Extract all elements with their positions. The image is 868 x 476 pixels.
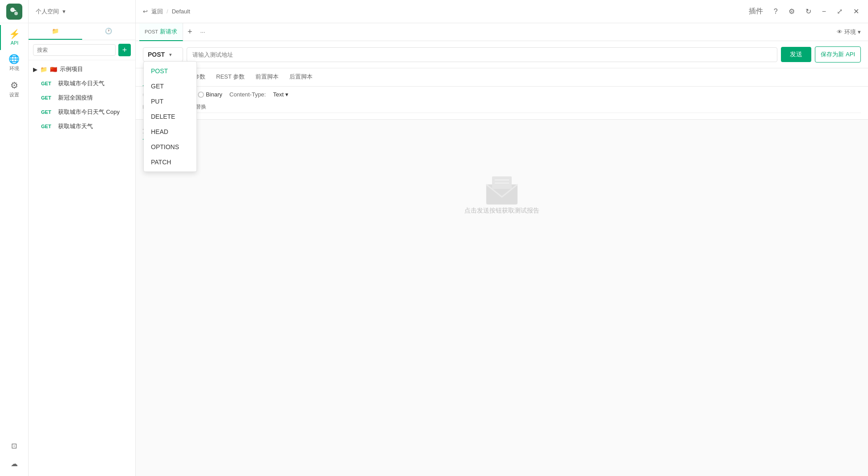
replace-label: 替换: [196, 103, 206, 111]
list-item[interactable]: GET 获取城市今日天气: [29, 76, 135, 91]
api-name: 获取城市今日天气 Copy: [58, 108, 120, 116]
request-area: POST ▾ POST GET PUT DELETE HEAD OPTIONS …: [136, 41, 868, 68]
logo: [0, 0, 29, 23]
file-panel-topbar: 个人空间 ▾: [29, 0, 135, 23]
file-search-area: +: [29, 40, 135, 60]
tab-pre-script[interactable]: 前置脚本: [250, 68, 284, 86]
empty-text: 点击发送按钮获取测试报告: [464, 207, 539, 215]
add-button[interactable]: +: [118, 44, 131, 56]
sidebar-item-api[interactable]: ⚡ API: [0, 25, 29, 50]
dropdown-item-post[interactable]: POST: [144, 63, 196, 79]
plugin-button[interactable]: 插件: [747, 5, 765, 18]
search-input[interactable]: [33, 44, 116, 56]
sidebar-item-settings[interactable]: ⚙ 设置: [0, 76, 29, 103]
refresh-icon[interactable]: ↻: [804, 5, 813, 17]
sidebar-settings-label: 设置: [9, 92, 19, 98]
tab-name-label: 新请求: [160, 28, 177, 36]
body-area: none Raw Binary Content-Type: Text ▾ ⎘ 复…: [136, 87, 868, 120]
folder-item-example[interactable]: ▶ 📁 🇨🇳 示例项目: [29, 62, 135, 76]
breadcrumb-separator: /: [167, 8, 168, 15]
method-selector[interactable]: POST ▾ POST GET PUT DELETE HEAD OPTIONS …: [143, 47, 183, 62]
logo-icon: [6, 4, 22, 20]
space-title-text: 个人空间: [36, 8, 59, 16]
tab-add-button[interactable]: +: [183, 27, 197, 37]
back-icon: ↩: [143, 8, 148, 15]
editor-toolbar: ⎘ 复制 🔍 搜索 📄 替换: [143, 101, 861, 113]
tab-method-label: POST: [145, 29, 158, 34]
content-type-chevron-icon: ▾: [285, 91, 288, 98]
eye-icon: 👁: [837, 29, 843, 35]
method-label: POST: [148, 51, 165, 58]
sidebar-api-label: API: [11, 40, 19, 46]
api-name: 获取城市天气: [58, 122, 93, 130]
file-panel: 个人空间 ▾ 📁 🕐 + ▶ 📁 🇨🇳 示例项目 GET 获取城市今日天气 GE…: [29, 0, 136, 476]
tab-post-new[interactable]: POST 新请求: [139, 23, 183, 41]
tab-post-script[interactable]: 后置脚本: [284, 68, 318, 86]
list-item[interactable]: GET 获取城市天气: [29, 119, 135, 134]
sidebar-env-label: 环境: [9, 65, 19, 72]
radio-binary-label: Binary: [206, 91, 222, 98]
dropdown-item-delete[interactable]: DELETE: [144, 109, 196, 124]
settings-icon: ⚙: [10, 81, 18, 90]
url-input[interactable]: [187, 47, 777, 62]
content-type-label: Content-Type:: [230, 91, 266, 98]
body-type-row: none Raw Binary Content-Type: Text ▾: [143, 91, 861, 98]
file-tree: ▶ 📁 🇨🇳 示例项目 GET 获取城市今日天气 GET 新冠全国疫情 GET …: [29, 60, 135, 476]
tab-more-button[interactable]: ···: [196, 29, 209, 35]
sidebar-bottom-icon2[interactable]: ☁: [4, 456, 24, 471]
radio-binary[interactable]: Binary: [198, 91, 222, 98]
project-name: Default: [172, 8, 190, 15]
method-badge: GET: [41, 124, 55, 129]
env-chevron-icon: ▾: [858, 29, 861, 35]
folder-label: 示例项目: [60, 65, 83, 73]
save-button[interactable]: 保存为新 API: [815, 46, 861, 63]
maximize-icon[interactable]: ⤢: [835, 5, 844, 17]
tab-bar: POST 新请求 + ··· 👁 环境 ▾: [136, 23, 868, 41]
content-type-selector[interactable]: Text ▾: [273, 91, 288, 98]
sidebar: ⚡ API 🌐 环境 ⚙ 设置 ⊡ ☁: [0, 0, 29, 476]
env-selector[interactable]: 👁 环境 ▾: [833, 28, 864, 36]
svg-point-0: [10, 8, 15, 12]
settings-icon[interactable]: ⚙: [787, 5, 797, 17]
empty-state: 点击发送按钮获取测试报告: [143, 150, 861, 240]
folder-flag: 🇨🇳: [50, 66, 57, 73]
send-button[interactable]: 发送: [781, 47, 811, 62]
sidebar-item-env[interactable]: 🌐 环境: [0, 50, 29, 76]
folder-tab-icon: 📁: [52, 28, 59, 34]
main-topbar: ↩ 返回 / Default 插件 ? ⚙ ↻ − ⤢ ✕: [136, 0, 868, 23]
breadcrumb: ↩ 返回 / Default: [143, 8, 190, 16]
method-badge: GET: [41, 109, 55, 115]
tab-rest-params[interactable]: REST 参数: [211, 68, 250, 86]
sidebar-bottom: ⊡ ☁: [0, 438, 28, 476]
method-dropdown: POST GET PUT DELETE HEAD OPTIONS PATCH: [143, 61, 197, 172]
list-item[interactable]: GET 新冠全国疫情: [29, 91, 135, 105]
radio-binary-dot: [198, 92, 204, 98]
tab-history[interactable]: 🕐: [82, 23, 136, 40]
help-icon[interactable]: ?: [772, 6, 780, 17]
dropdown-item-patch[interactable]: PATCH: [144, 154, 196, 170]
api-icon: ⚡: [9, 29, 20, 38]
dropdown-item-options[interactable]: OPTIONS: [144, 139, 196, 154]
main-content: ↩ 返回 / Default 插件 ? ⚙ ↻ − ⤢ ✕ POST 新请求 +…: [136, 0, 868, 476]
space-selector[interactable]: 个人空间 ▾: [36, 8, 66, 16]
list-item[interactable]: GET 获取城市今日天气 Copy: [29, 105, 135, 119]
dropdown-item-get[interactable]: GET: [144, 79, 196, 94]
dropdown-item-put[interactable]: PUT: [144, 94, 196, 109]
file-panel-tabs: 📁 🕐: [29, 23, 135, 40]
content-type-value: Text: [273, 91, 284, 98]
env-icon: 🌐: [8, 54, 20, 63]
method-chevron-icon: ▾: [169, 52, 171, 57]
folder-icon: 📁: [40, 66, 47, 73]
dropdown-item-head[interactable]: HEAD: [144, 124, 196, 139]
minimize-icon[interactable]: −: [820, 6, 828, 17]
space-chevron-icon: ▾: [63, 8, 66, 15]
tab-folder[interactable]: 📁: [29, 23, 82, 40]
back-label[interactable]: 返回: [151, 8, 163, 16]
folder-expand-icon: ▶: [33, 66, 38, 73]
api-name: 新冠全国疫情: [58, 94, 93, 102]
close-icon[interactable]: ✕: [851, 5, 861, 17]
params-tabs: 请求体 Query 参数 REST 参数 前置脚本 后置脚本: [136, 68, 868, 87]
sidebar-bottom-icon1[interactable]: ⊡: [4, 438, 24, 453]
method-badge: GET: [41, 95, 55, 100]
return-area: 返回值 点击发送按钮获取测试报告: [136, 120, 868, 476]
